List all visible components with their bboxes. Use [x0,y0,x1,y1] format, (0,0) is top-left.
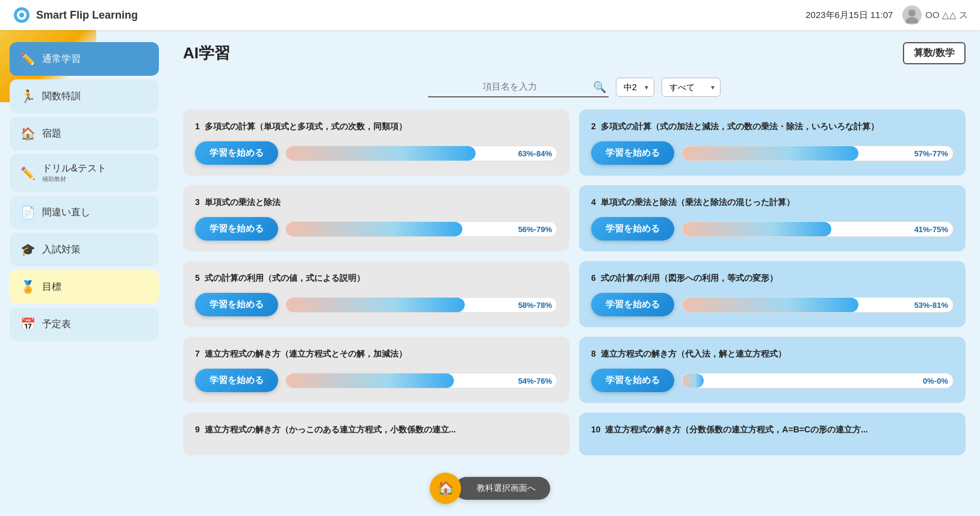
progress-bar-wrapper-6: 53%-81% [681,297,954,313]
bottom-nav: 🏠 教科選択画面へ [430,473,550,504]
start-button-7[interactable]: 学習を始める [195,369,278,392]
main-layout: ✏️ 通常学習 🏃 関数特訓 🏠 宿題 ✏️ ドリル&テスト 補助教材 📄 間違… [0,30,980,516]
card-title: 2 多項式の計算（式の加法と減法，式の数の乗法・除法，いろいろな計算） [591,120,954,133]
sidebar-item-mistakes[interactable]: 📄 間違い直し [10,195,159,229]
start-button-2[interactable]: 学習を始める [591,141,674,165]
card-actions: 学習を始める 41%-75% [591,217,954,241]
card-1: 1 多項式の計算（単項式と多項式，式の次数，同類項） 学習を始める 63%-84… [183,109,569,176]
grade-filter[interactable]: 中1 中2 中3 [616,78,654,97]
progress-fill-7 [286,373,454,388]
progress-bar-wrapper-1: 63%-84% [285,146,557,161]
house-icon: 🏠 [19,125,36,142]
progress-fill-8 [682,373,704,388]
progress-bar-wrapper-4: 41%-75% [681,221,954,237]
progress-label-2: 57%-77% [914,149,948,158]
card-title: 6 式の計算の利用（図形への利用，等式の変形） [591,272,954,284]
svg-point-3 [908,9,916,16]
subject-nav-button[interactable]: 教科選択画面へ [455,477,550,500]
card-actions: 学習を始める 0%-0% [591,369,954,392]
card-actions: 学習を始める 57%-77% [591,141,954,165]
sidebar-item-function-training[interactable]: 🏃 関数特訓 [10,79,159,113]
start-button-4[interactable]: 学習を始める [591,217,674,241]
card-title: 4 単項式の乗法と除法（乗法と除法の混じった計算） [591,196,954,209]
sidebar-item-homework[interactable]: 🏠 宿題 [10,117,159,150]
sidebar-item-exam-prep[interactable]: 🎓 入試対策 [10,233,159,266]
sidebar: ✏️ 通常学習 🏃 関数特訓 🏠 宿題 ✏️ ドリル&テスト 補助教材 📄 間違… [0,30,169,516]
svg-point-2 [19,13,24,17]
avatar [902,5,922,25]
card-4: 4 単項式の乗法と除法（乗法と除法の混じった計算） 学習を始める 41%-75% [579,185,966,251]
page-title: AI学習 [183,43,230,64]
card-5: 5 式の計算の利用（式の値，式による説明） 学習を始める 58%-78% [183,261,569,327]
sidebar-label-drill: ドリル&テスト 補助教材 [42,162,107,183]
status-filter[interactable]: すべて 未学習 学習済み [662,78,721,97]
grad-cap-icon: 🎓 [19,241,36,258]
card-actions: 学習を始める 58%-78% [195,293,557,316]
progress-fill-6 [682,298,858,312]
datetime-display: 2023年6月15日 11:07 [805,10,893,21]
main-content: AI学習 算数/数学 🔍 中1 中2 中3 すべて 未学習 学習済み [169,30,980,516]
start-button-1[interactable]: 学習を始める [195,141,278,165]
card-title: 9 連立方程式の解き方（かっこのある連立方程式，小数係数の連立... [195,423,557,436]
sidebar-label-function-training: 関数特訓 [42,90,81,103]
start-button-3[interactable]: 学習を始める [195,217,278,241]
progress-bar-wrapper-8: 0%-0% [681,373,954,389]
card-3: 3 単項式の乗法と除法 学習を始める 56%-79% [183,185,569,251]
calendar-icon: 📅 [19,316,36,333]
progress-label-1: 63%-84% [518,149,552,158]
card-7: 7 連立方程式の解き方（連立方程式とその解，加減法） 学習を始める 54%-76… [183,337,569,403]
card-actions: 学習を始める 53%-81% [591,293,954,316]
card-actions: 学習を始める 54%-76% [195,369,557,392]
main-header: AI学習 算数/数学 [183,42,966,64]
start-button-8[interactable]: 学習を始める [591,369,674,392]
header-right: 2023年6月15日 11:07 OO △△ ス [805,5,968,25]
search-input[interactable] [428,76,609,97]
start-button-5[interactable]: 学習を始める [195,293,278,316]
progress-fill-5 [286,298,465,312]
sidebar-item-drill-test[interactable]: ✏️ ドリル&テスト 補助教材 [10,154,159,192]
card-title: 7 連立方程式の解き方（連立方程式とその解，加減法） [195,348,557,360]
home-button[interactable]: 🏠 [430,473,461,504]
sidebar-label-goals: 目標 [42,281,61,293]
app-title: Smart Flip Learning [36,9,138,22]
header: Smart Flip Learning 2023年6月15日 11:07 OO … [0,0,980,30]
status-select-wrapper: すべて 未学習 学習済み [662,78,721,97]
search-wrapper: 🔍 [428,76,609,97]
drill-icon: ✏️ [19,165,36,182]
progress-label-3: 56%-79% [518,224,552,233]
card-2: 2 多項式の計算（式の加法と減法，式の数の乗法・除法，いろいろな計算） 学習を始… [579,109,966,176]
logo-icon [12,5,31,25]
pencil-icon: ✏️ [19,51,36,67]
card-actions: 学習を始める 56%-79% [195,217,557,241]
sidebar-label-exam: 入試対策 [42,244,81,256]
card-title: 1 多項式の計算（単項式と多項式，式の次数，同類項） [195,120,557,133]
progress-bar-wrapper-7: 54%-76% [285,373,557,389]
runner-icon: 🏃 [19,88,36,105]
sidebar-label-schedule: 予定表 [42,318,71,331]
progress-fill-4 [682,222,831,236]
sidebar-label-mistakes: 間違い直し [42,206,90,219]
progress-bar-wrapper-2: 57%-77% [681,146,954,161]
card-title: 10 連立方程式の解き方（分数係数の連立方程式，A=B=Cの形の連立方... [591,423,954,436]
progress-bar-wrapper-3: 56%-79% [285,221,557,237]
start-button-6[interactable]: 学習を始める [591,293,674,316]
cards-grid: 1 多項式の計算（単項式と多項式，式の次数，同類項） 学習を始める 63%-84… [183,109,966,455]
progress-label-4: 41%-75% [914,224,948,233]
card-6: 6 式の計算の利用（図形への利用，等式の変形） 学習を始める 53%-81% [579,261,966,327]
card-10: 10 連立方程式の解き方（分数係数の連立方程式，A=B=Cの形の連立方... [579,413,966,455]
search-button[interactable]: 🔍 [593,81,606,94]
progress-bar-wrapper-5: 58%-78% [285,297,557,313]
card-title: 8 連立方程式の解き方（代入法，解と連立方程式） [591,348,954,360]
grade-select-wrapper: 中1 中2 中3 [616,78,654,97]
card-9: 9 連立方程式の解き方（かっこのある連立方程式，小数係数の連立... [183,413,569,455]
sidebar-item-goals[interactable]: 🏅 目標 [10,270,159,304]
user-label: OO △△ ス [925,10,968,21]
progress-fill-1 [286,146,476,161]
sidebar-item-normal-learning[interactable]: ✏️ 通常学習 [10,42,159,76]
subject-badge: 算数/数学 [903,42,966,64]
card-actions: 学習を始める 63%-84% [195,141,557,165]
search-bar: 🔍 中1 中2 中3 すべて 未学習 学習済み [183,76,966,97]
card-title: 3 単項式の乗法と除法 [195,196,557,209]
doc-icon: 📄 [19,204,36,221]
sidebar-item-schedule[interactable]: 📅 予定表 [10,307,159,341]
